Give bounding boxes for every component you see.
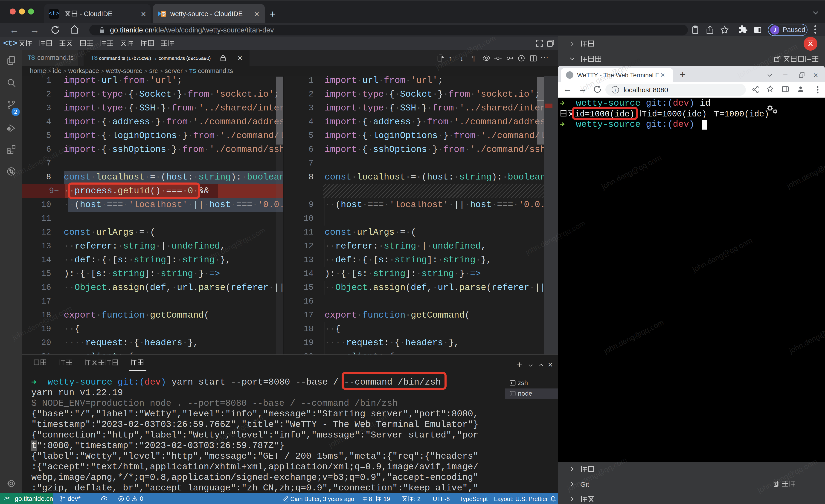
svg-text:us: us <box>162 12 165 16</box>
